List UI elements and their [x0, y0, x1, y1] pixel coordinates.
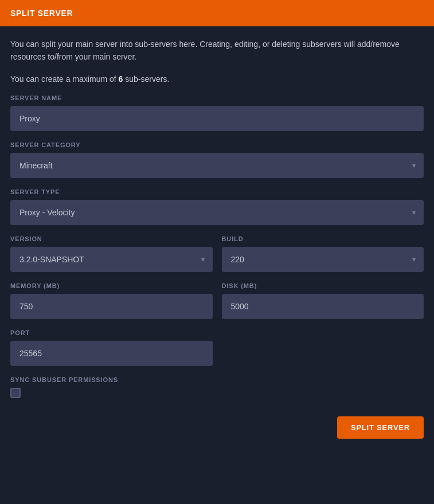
server-type-select-wrapper: Proxy - Velocity Proxy - BungeeCord Pape…: [10, 200, 424, 225]
page-title: SPLIT SERVER: [10, 9, 73, 18]
sync-permissions-label: SYNC SUBUSER PERMISSIONS: [10, 376, 424, 383]
memory-disk-row: MEMORY (MB) DISK (MB): [10, 282, 424, 329]
disk-group: DISK (MB): [222, 282, 424, 319]
build-select-wrapper: 220 219 218 ▾: [222, 247, 424, 272]
port-group: PORT: [10, 329, 424, 366]
version-group: VERSION 3.2.0-SNAPSHOT 3.1.0 3.0.0 ▾: [10, 235, 213, 272]
server-type-select[interactable]: Proxy - Velocity Proxy - BungeeCord Pape…: [10, 200, 424, 225]
disk-label: DISK (MB): [222, 282, 424, 289]
port-label: PORT: [10, 329, 424, 336]
memory-group: MEMORY (MB): [10, 282, 213, 319]
version-build-row: VERSION 3.2.0-SNAPSHOT 3.1.0 3.0.0 ▾ BUI…: [10, 235, 424, 282]
description-line1: You can split your main server into sub-…: [10, 38, 424, 64]
server-category-select-wrapper: Minecraft Other ▾: [10, 153, 424, 178]
desc-suffix: sub-servers.: [123, 74, 169, 84]
desc-prefix: You can create a maximum of: [10, 74, 119, 84]
server-name-group: SERVER NAME: [10, 94, 424, 131]
build-group: BUILD 220 219 218 ▾: [222, 235, 424, 272]
page-header: SPLIT SERVER: [0, 0, 434, 26]
disk-input[interactable]: [222, 294, 424, 319]
version-label: VERSION: [10, 235, 213, 242]
server-name-input[interactable]: [10, 106, 424, 131]
port-input[interactable]: [10, 341, 213, 366]
build-label: BUILD: [222, 235, 424, 242]
version-select[interactable]: 3.2.0-SNAPSHOT 3.1.0 3.0.0: [10, 247, 213, 272]
memory-input[interactable]: [10, 294, 213, 319]
server-category-select[interactable]: Minecraft Other: [10, 153, 424, 178]
server-name-label: SERVER NAME: [10, 94, 424, 101]
page-body: You can split your main server into sub-…: [0, 26, 434, 504]
memory-label: MEMORY (MB): [10, 282, 213, 289]
sync-permissions-checkbox[interactable]: [10, 388, 21, 398]
page-container: SPLIT SERVER You can split your main ser…: [0, 0, 434, 504]
sync-permissions-group: SYNC SUBUSER PERMISSIONS: [10, 376, 424, 400]
server-type-label: SERVER TYPE: [10, 188, 424, 195]
server-category-group: SERVER CATEGORY Minecraft Other ▾: [10, 141, 424, 178]
version-select-wrapper: 3.2.0-SNAPSHOT 3.1.0 3.0.0 ▾: [10, 247, 213, 272]
server-type-group: SERVER TYPE Proxy - Velocity Proxy - Bun…: [10, 188, 424, 225]
split-server-button[interactable]: SPLIT SERVER: [337, 416, 424, 439]
build-select[interactable]: 220 219 218: [222, 247, 424, 272]
description-line2: You can create a maximum of 6 sub-server…: [10, 73, 424, 85]
server-category-label: SERVER CATEGORY: [10, 141, 424, 148]
